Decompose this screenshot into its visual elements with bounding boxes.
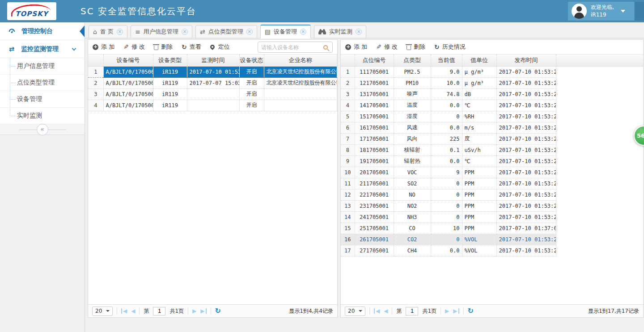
sidebar-item-console[interactable]: 管理控制台 — [0, 22, 85, 40]
separator — [441, 307, 441, 315]
username: iR119 — [591, 11, 614, 19]
table-cell: dB — [462, 88, 496, 100]
next-page-button[interactable]: ▶ — [192, 308, 196, 314]
table-cell: %VOL — [462, 245, 496, 256]
table-cell: 0.0 — [431, 122, 462, 133]
sidebar-item-monitor-mgmt[interactable]: ⇄ 监控监测管理 — [0, 40, 85, 58]
reload-icon[interactable]: ↻ — [215, 307, 221, 315]
table-cell: ℃ — [462, 155, 496, 167]
sidebar-item-label: 监控监测管理 — [21, 45, 59, 53]
page-size-select[interactable]: 20 — [345, 307, 365, 316]
tab-realtime[interactable]: 实时监测 × — [314, 25, 366, 38]
sidebar-subitem-label: 设备管理 — [17, 95, 42, 103]
page-title: SC 安全监管信息化云平台 — [80, 0, 196, 22]
table-row[interactable]: 8181705001核辐射0.1uSv/h2017-07-10 01:53:21 — [341, 144, 643, 155]
sidebar-item-device-mgmt[interactable]: 设备管理 — [0, 91, 85, 108]
table-row[interactable]: 3A/BJLT/0/1705003iR119开启 — [88, 88, 337, 100]
edit-button[interactable]: ✎ 修 改 — [376, 43, 398, 51]
tab-label: 实时监测 — [329, 28, 352, 36]
view-button[interactable]: ↻ 查看 — [182, 43, 201, 51]
table-row[interactable]: 1A/BJLT/0/1705001iR1192017-07-10 01:53:2… — [88, 66, 337, 77]
edit-button[interactable]: ✎ 修 改 — [123, 43, 145, 51]
welcome-line: 欢迎光临, — [591, 4, 614, 11]
table-row[interactable]: 10201705001VOC9PPM2017-07-10 01:53:22 — [341, 167, 643, 178]
table-cell: 开启 — [239, 100, 264, 111]
table-row[interactable]: 5151705001湿度0%RH2017-07-10 01:53:22 — [341, 111, 643, 122]
table-cell: VOC — [394, 167, 431, 178]
column-header: 设备状态 — [239, 55, 264, 66]
table-row[interactable]: 1111705001PM2.59.0μ g/m³2017-07-10 01:53… — [341, 66, 643, 77]
close-icon[interactable]: × — [117, 29, 123, 35]
add-button[interactable]: + 添 加 — [93, 43, 114, 51]
table-cell: 4 — [341, 100, 355, 111]
table-cell: μ g/m³ — [462, 66, 496, 77]
table-cell: 2017-07-10 01:53:21 — [496, 245, 556, 256]
table-cell: 2017-07-10 01:53:21 — [496, 211, 556, 223]
table-row[interactable]: 11211705001SO20PPM2017-07-10 01:53:22 — [341, 178, 643, 189]
page-number-input[interactable] — [406, 307, 418, 315]
column-header: 当前值 — [431, 55, 462, 66]
table-row[interactable]: 4141705001温度0.0℃2017-07-10 01:53:22 — [341, 100, 643, 111]
sidebar-item-point-type[interactable]: 点位类型管理 — [0, 75, 85, 91]
table-row[interactable]: 13231705001NO20PPM2017-07-10 01:53:22 — [341, 200, 643, 211]
table-cell: 2017-07-10 01:53:21 — [496, 133, 556, 144]
close-icon[interactable]: × — [182, 29, 188, 35]
table-cell: CH4 — [394, 245, 431, 256]
table-row[interactable]: 15251705001CO10PPM2017-07-10 01:37:01 — [341, 223, 643, 234]
table-cell: ℃ — [462, 100, 496, 111]
sidebar-item-user-info[interactable]: 用户信息管理 — [0, 58, 85, 75]
tab-point-type[interactable]: ⇄ 点位类型管理 × — [195, 25, 257, 38]
close-icon[interactable]: × — [300, 29, 306, 35]
locate-button-label: 定位 — [218, 43, 230, 51]
realtime-toolbar: + 添 加 ✎ 修 改 删除 ↻ 历史情况 — [341, 40, 643, 55]
tab-device-mgmt[interactable]: ▤ 设备管理 × — [260, 25, 311, 38]
table-row[interactable]: 4A/BJLT/0/1705004iR119开启 — [88, 100, 337, 111]
table-row[interactable]: 3131705001噪声74.8dB2017-07-10 01:53:22 — [341, 88, 643, 100]
device-search-input[interactable] — [258, 44, 323, 50]
table-cell — [264, 100, 337, 111]
reload-icon[interactable]: ↻ — [468, 307, 474, 315]
table-row[interactable]: 14241705001NH30PPM2017-07-10 01:53:21 — [341, 211, 643, 223]
last-page-button[interactable]: ▶ — [200, 308, 206, 314]
first-page-button[interactable]: ◀ — [374, 308, 380, 314]
table-row[interactable]: 2A/BJLT/0/1705002iR1192017-07-07 15:03:0… — [88, 77, 337, 88]
edit-button-label: 修 改 — [384, 43, 398, 51]
search-icon[interactable] — [323, 45, 328, 50]
table-row[interactable]: 9191705001辐射热0.0℃2017-07-10 01:53:21 — [341, 155, 643, 167]
user-menu[interactable]: 欢迎光临, iR119 — [568, 2, 634, 21]
table-cell: 2017-07-10 01:53:22 — [496, 200, 556, 211]
device-panel: + 添 加 ✎ 修 改 删除 ↻ 查看 定位 设备编号设备类型监测时间设备状态企… — [88, 39, 338, 318]
sidebar-item-realtime[interactable]: 实时监测 — [0, 108, 85, 124]
table-row[interactable]: 17271705001CH40.0%VOL2017-07-10 01:53:21 — [341, 245, 643, 256]
table-row[interactable]: 2121705001PM1010.0μ g/m³2017-07-10 01:53… — [341, 77, 643, 88]
add-button[interactable]: + 添 加 — [345, 43, 367, 51]
pencil-icon: ✎ — [123, 43, 129, 50]
history-button[interactable]: ↻ 历史情况 — [434, 43, 466, 51]
next-page-button[interactable]: ▶ — [445, 308, 449, 314]
delete-button[interactable]: 删除 — [407, 43, 425, 51]
table-cell: 13 — [341, 200, 355, 211]
close-icon[interactable]: × — [246, 29, 253, 35]
first-page-button[interactable]: ◀ — [121, 308, 127, 314]
table-row[interactable]: 6161705001风速0.0m/s2017-07-10 01:53:21 — [341, 122, 643, 133]
table-cell: 2 — [341, 77, 355, 88]
collapse-sidebar-button[interactable]: « — [37, 124, 48, 135]
prev-page-button[interactable]: ◀ — [384, 308, 388, 314]
table-cell: 2017-07-10 01:53:21 — [496, 144, 556, 155]
locate-button[interactable]: 定位 — [210, 43, 230, 51]
prev-page-button[interactable]: ◀ — [131, 308, 135, 314]
page-size-select[interactable]: 20 — [92, 307, 113, 316]
tab-label: 用户信息管理 — [144, 28, 178, 36]
page-number-input[interactable] — [153, 307, 165, 315]
delete-button[interactable]: 删除 — [154, 43, 173, 51]
tab-user-info[interactable]: ≡ 用户信息管理 × — [131, 25, 192, 38]
table-row[interactable]: 16261705001CO20%VOL2017-07-10 01:53:22 — [341, 234, 643, 245]
last-page-button[interactable]: ▶ — [453, 308, 459, 314]
close-icon[interactable]: × — [356, 29, 362, 35]
table-row[interactable]: 7171705001风向225度2017-07-10 01:53:21 — [341, 133, 643, 144]
table-cell: 231705001 — [355, 200, 394, 211]
table-row[interactable]: 12221705001NO0PPM2017-07-10 01:53:21 — [341, 189, 643, 200]
tab-home[interactable]: ⌂ 首 页 × — [89, 25, 127, 38]
column-header: 监测时间 — [187, 55, 239, 66]
table-cell: 5 — [341, 111, 355, 122]
